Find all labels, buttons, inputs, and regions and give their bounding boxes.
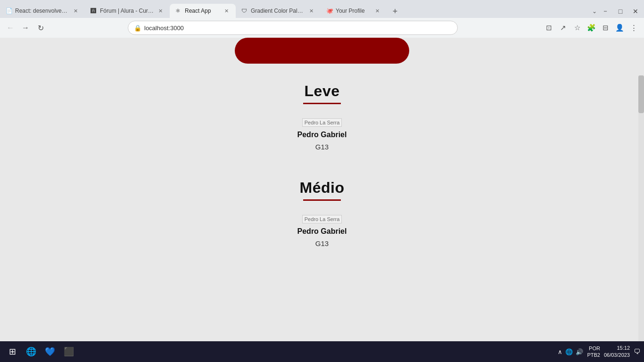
- show-hidden-icon[interactable]: ∧: [558, 348, 562, 355]
- new-tab-button[interactable]: +: [388, 5, 402, 18]
- tab-3-favicon: ⚛: [175, 8, 182, 14]
- taskbar-lang-label: POR: [587, 345, 600, 352]
- tab-2-label: Fórum | Alura - Cursos online...: [100, 8, 154, 14]
- cast-icon[interactable]: ⊡: [542, 21, 555, 34]
- player-medio-0-group: G13: [315, 239, 329, 247]
- category-leve-title: Leve: [305, 82, 340, 100]
- chrome-icon: 🌐: [26, 346, 36, 357]
- address-text: localhost:3000: [144, 25, 452, 32]
- menu-icon[interactable]: ⋮: [627, 21, 640, 34]
- tab-1-label: React: desenvolvendo com J...: [15, 8, 69, 14]
- taskbar: ⊞ 🌐 💙 ⬛ ∧ 🌐 🔊 POR PTB2 15:12 06/03/2023 …: [0, 341, 644, 362]
- tab-bar: 📄 React: desenvolvendo com J... ✕ 🅰 Fóru…: [0, 0, 644, 18]
- player-card-medio-0: Pedro La Serra Pedro Gabriel G13: [297, 215, 347, 247]
- player-leve-0-image: Pedro La Serra: [302, 118, 342, 127]
- tab-overflow[interactable]: ⌄: [592, 8, 597, 15]
- lock-icon: 🔒: [134, 25, 141, 32]
- category-medio-underline: [303, 199, 341, 201]
- taskbar-terminal[interactable]: ⬛: [60, 343, 77, 360]
- tab-5-favicon: 🐙: [326, 8, 333, 14]
- toolbar-icons: ⊡ ↗ ☆ 🧩 ⊟ 👤 ⋮: [542, 21, 640, 34]
- minimize-button[interactable]: －: [599, 5, 612, 18]
- sound-icon[interactable]: 🔊: [576, 348, 583, 355]
- bookmark-icon[interactable]: ☆: [570, 21, 584, 34]
- start-button[interactable]: ⊞: [4, 343, 21, 360]
- address-bar[interactable]: 🔒 localhost:3000: [128, 21, 458, 35]
- player-leve-0-name: Pedro Gabriel: [297, 131, 347, 139]
- forward-button[interactable]: →: [19, 21, 32, 34]
- chevron-down-icon: ⌄: [592, 8, 597, 15]
- vscode-icon: 💙: [45, 346, 55, 357]
- tab-4-label: Gradient Color Palettes - Co...: [251, 8, 305, 14]
- tab-list: 📄 React: desenvolvendo com J... ✕ 🅰 Fóru…: [0, 4, 590, 18]
- tab-5-close[interactable]: ✕: [373, 7, 381, 15]
- player-medio-0-image: Pedro La Serra: [302, 215, 342, 223]
- scrollbar[interactable]: [638, 75, 644, 341]
- tab-3-close[interactable]: ✕: [223, 7, 230, 15]
- tab-3-label: React App: [185, 8, 220, 14]
- player-medio-0-name: Pedro Gabriel: [297, 227, 347, 236]
- browser-chrome: 📄 React: desenvolvendo com J... ✕ 🅰 Fóru…: [0, 0, 644, 38]
- share-icon[interactable]: ↗: [556, 21, 570, 34]
- tab-1-favicon: 📄: [6, 8, 12, 14]
- close-window-button[interactable]: ✕: [629, 5, 642, 18]
- sidebar-icon[interactable]: ⊟: [599, 21, 612, 34]
- taskbar-tz-label: PTB2: [587, 352, 600, 358]
- taskbar-time[interactable]: 15:12 06/03/2023: [604, 345, 630, 359]
- taskbar-right: ∧ 🌐 🔊 POR PTB2 15:12 06/03/2023 🗨: [558, 345, 640, 359]
- tab-4-favicon: 🛡: [241, 8, 248, 14]
- taskbar-system-icons: ∧ 🌐 🔊: [558, 348, 583, 355]
- reload-button[interactable]: ↻: [34, 21, 47, 34]
- category-leve: Leve Pedro La Serra Pedro Gabriel G13: [0, 82, 644, 151]
- player-leve-0-group: G13: [315, 143, 329, 151]
- scrollbar-thumb[interactable]: [638, 75, 644, 113]
- tab-2-close[interactable]: ✕: [157, 7, 164, 15]
- category-medio-title: Médio: [300, 179, 345, 197]
- terminal-icon: ⬛: [64, 346, 74, 357]
- address-bar-row: ← → ↻ 🔒 localhost:3000 ⊡ ↗ ☆ 🧩 ⊟ 👤 ⋮: [0, 18, 644, 38]
- tab-4[interactable]: 🛡 Gradient Color Palettes - Co... ✕: [236, 4, 321, 18]
- taskbar-vscode[interactable]: 💙: [41, 343, 58, 360]
- tab-1[interactable]: 📄 React: desenvolvendo com J... ✕: [0, 4, 85, 18]
- maximize-button[interactable]: □: [614, 5, 627, 18]
- tab-5[interactable]: 🐙 Your Profile ✕: [321, 4, 387, 18]
- player-card-leve-0: Pedro La Serra Pedro Gabriel G13: [297, 118, 347, 151]
- network-icon[interactable]: 🌐: [565, 348, 573, 355]
- extensions-icon[interactable]: 🧩: [585, 21, 598, 34]
- taskbar-time-value: 15:12: [604, 345, 630, 352]
- back-button[interactable]: ←: [4, 21, 17, 34]
- red-button[interactable]: [235, 38, 409, 64]
- page-content: Leve Pedro La Serra Pedro Gabriel G13 Mé…: [0, 38, 644, 285]
- notification-icon[interactable]: 🗨: [634, 348, 640, 355]
- tab-1-close[interactable]: ✕: [72, 7, 79, 15]
- category-leve-underline: [303, 103, 341, 104]
- taskbar-language: POR PTB2: [587, 345, 600, 359]
- profile-icon[interactable]: 👤: [613, 21, 626, 34]
- tab-5-label: Your Profile: [336, 8, 371, 14]
- tab-3-active[interactable]: ⚛ React App ✕: [170, 4, 236, 18]
- page-wrapper: Leve Pedro La Serra Pedro Gabriel G13 Mé…: [0, 38, 644, 341]
- tab-2-favicon: 🅰: [91, 8, 97, 14]
- tab-4-close[interactable]: ✕: [307, 7, 315, 15]
- category-medio: Médio Pedro La Serra Pedro Gabriel G13: [0, 179, 644, 247]
- taskbar-date-value: 06/03/2023: [604, 352, 630, 359]
- tab-2[interactable]: 🅰 Fórum | Alura - Cursos online... ✕: [85, 4, 170, 18]
- taskbar-chrome[interactable]: 🌐: [23, 343, 40, 360]
